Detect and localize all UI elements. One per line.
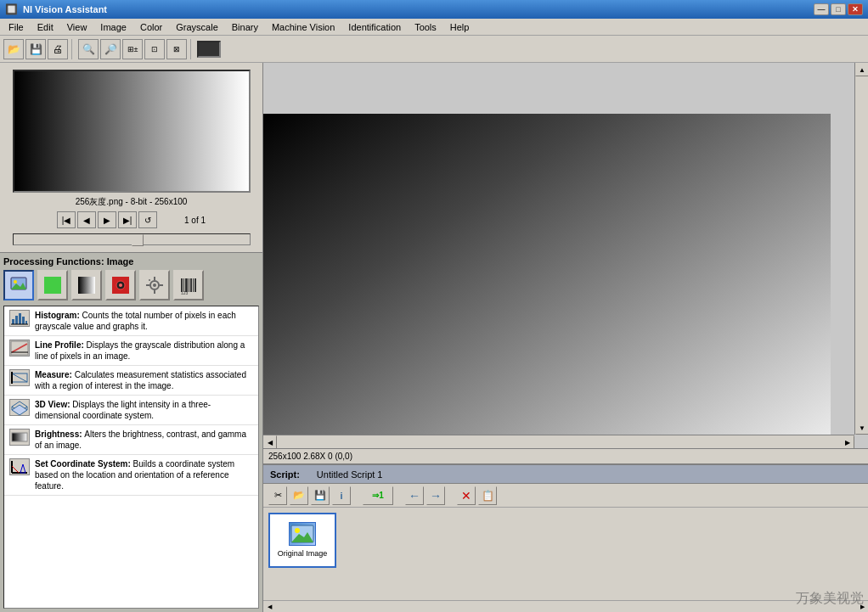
menu-tools[interactable]: Tools (408, 20, 443, 34)
zoom-out-button[interactable]: 🔎 (100, 39, 121, 59)
svg-point-7 (119, 284, 122, 287)
menu-view[interactable]: View (60, 20, 94, 34)
status-bar: 256x100 2.68X 0 (0,0) (263, 448, 868, 463)
vertical-scrollbar[interactable]: ▲ ▼ (854, 63, 868, 435)
pf-image-icon[interactable] (3, 270, 34, 300)
svg-marker-44 (20, 464, 25, 473)
nav-next-button[interactable]: ▶ (98, 211, 116, 228)
horizontal-scrollbar[interactable]: ◀ ▶ (263, 435, 854, 448)
script-step-button[interactable]: ⇒1 (363, 486, 393, 505)
close-button[interactable]: ✕ (848, 3, 863, 15)
script-scroll-right[interactable]: ▶ (856, 601, 868, 613)
scroll-down-arrow[interactable]: ▼ (855, 421, 868, 435)
menu-image[interactable]: Image (93, 20, 133, 34)
pf-gear-icon[interactable] (139, 270, 170, 300)
script-cut-button[interactable]: ✂ (268, 486, 287, 505)
script-node-original[interactable]: Original Image (268, 513, 336, 568)
func-measure[interactable]: Measure: Calculates measurement statisti… (4, 366, 258, 396)
menu-color[interactable]: Color (133, 20, 169, 34)
nav-loop-button[interactable]: ↺ (138, 211, 157, 228)
processing-functions-title: Processing Functions: Image (3, 256, 259, 267)
menu-edit[interactable]: Edit (31, 20, 60, 34)
svg-rect-21 (194, 278, 196, 292)
nav-first-button[interactable]: |◀ (57, 211, 76, 228)
minimize-button[interactable]: — (814, 3, 829, 15)
menu-grayscale[interactable]: Grayscale (169, 20, 225, 34)
nav-controls: |◀ ◀ ▶ ▶| ↺ 1 of 1 (57, 211, 206, 228)
svg-line-43 (12, 466, 19, 473)
open-button[interactable]: 📂 (3, 39, 24, 59)
scroll-right-arrow[interactable]: ▶ (841, 435, 854, 448)
svg-point-9 (153, 284, 156, 287)
save-button[interactable]: 💾 (25, 39, 46, 59)
func-histogram[interactable]: Histogram: Counts the total number of pi… (4, 306, 258, 336)
scroll-left-arrow[interactable]: ◀ (263, 435, 277, 448)
color-swatch-button[interactable] (197, 41, 221, 58)
image-top-area (263, 63, 831, 114)
svg-rect-3 (44, 277, 61, 294)
script-copy-button[interactable]: 📋 (478, 486, 497, 505)
script-forward-button[interactable]: → (426, 486, 445, 505)
main-layout: 256灰度.png - 8-bit - 256x100 |◀ ◀ ▶ ▶| ↺ … (0, 63, 868, 612)
app-icon: 🔲 (5, 3, 18, 15)
svg-point-1 (14, 280, 17, 284)
script-info-button[interactable]: i (332, 486, 351, 505)
pf-color-icon[interactable] (37, 270, 68, 300)
line-profile-icon (9, 340, 30, 357)
svg-text:123: 123 (181, 290, 189, 295)
nav-slider[interactable] (13, 233, 251, 245)
func-brightness[interactable]: Brightness: Alters the brightness, contr… (4, 425, 258, 455)
nav-last-button[interactable]: ▶| (118, 211, 137, 228)
svg-rect-20 (193, 278, 194, 292)
title-bar: 🔲 NI Vision Assistant — □ ✕ (0, 0, 868, 19)
toolbar: 📂 💾 🖨 🔍 🔎 ⊞± ⊡ ⊠ Acquire Images Browse I… (0, 36, 868, 63)
svg-point-14 (149, 279, 150, 281)
svg-rect-40 (12, 433, 27, 441)
func-3d-view[interactable]: 3D View: Displays the light intensity in… (4, 396, 258, 425)
pf-barcode-icon[interactable]: 123 (173, 270, 204, 300)
pf-icon-bar: 123 (3, 270, 259, 300)
menu-machine-vision[interactable]: Machine Vision (265, 20, 341, 34)
script-hscroll[interactable]: ◀ ▶ (263, 600, 868, 612)
pf-gray-icon[interactable] (71, 270, 102, 300)
nav-prev-button[interactable]: ◀ (77, 211, 96, 228)
page-indicator: 1 of 1 (184, 216, 206, 225)
func-line-profile[interactable]: Line Profile: Displays the grayscale dis… (4, 336, 258, 366)
status-text: 256x100 2.68X 0 (0,0) (268, 452, 352, 461)
zoom-in-button[interactable]: 🔍 (78, 39, 99, 59)
script-node-image-icon (289, 522, 316, 546)
scroll-up-arrow[interactable]: ▲ (855, 63, 868, 76)
script-save-button[interactable]: 💾 (311, 486, 330, 505)
separator-1 (71, 39, 75, 59)
zoom-fit-button[interactable]: ⊞± (122, 39, 143, 59)
image-info: 256灰度.png - 8-bit - 256x100 (76, 196, 188, 208)
functions-list: Histogram: Counts the total number of pi… (3, 306, 259, 609)
maximize-button[interactable]: □ (831, 3, 846, 15)
script-toolbar: ✂ 📂 💾 i ⇒1 ← → ✕ 📋 (263, 484, 868, 508)
svg-marker-39 (12, 405, 27, 415)
menu-file[interactable]: File (2, 20, 31, 34)
script-delete-button[interactable]: ✕ (457, 486, 476, 505)
script-content[interactable]: Original Image (263, 508, 868, 600)
left-panel: 256灰度.png - 8-bit - 256x100 |◀ ◀ ▶ ▶| ↺ … (0, 63, 263, 612)
menu-identification[interactable]: Identification (341, 20, 408, 34)
measure-icon (9, 369, 30, 386)
pf-binary-icon[interactable] (105, 270, 136, 300)
menu-binary[interactable]: Binary (225, 20, 265, 34)
right-area: ▲ ▼ ◀ ▶ 256x100 2.68X 0 (0,0) Script: Un… (263, 63, 868, 612)
script-scroll-left[interactable]: ◀ (263, 601, 275, 613)
func-set-coordinate[interactable]: Set Coordinate System: Builds a coordina… (4, 455, 258, 496)
coordinate-icon (9, 458, 30, 475)
nav-slider-thumb[interactable] (132, 234, 144, 246)
script-open-button[interactable]: 📂 (290, 486, 308, 505)
menu-help[interactable]: Help (443, 20, 476, 34)
zoom-select-button[interactable]: ⊠ (166, 39, 187, 59)
print-button[interactable]: 🖨 (48, 39, 68, 59)
processing-functions: Processing Functions: Image (0, 252, 262, 612)
svg-rect-19 (190, 278, 192, 292)
brightness-icon (9, 429, 30, 446)
image-display[interactable]: ▲ ▼ ◀ ▶ (263, 63, 868, 448)
script-node-label: Original Image (278, 549, 328, 559)
zoom-custom-button[interactable]: ⊡ (144, 39, 165, 59)
script-back-button[interactable]: ← (405, 486, 424, 505)
